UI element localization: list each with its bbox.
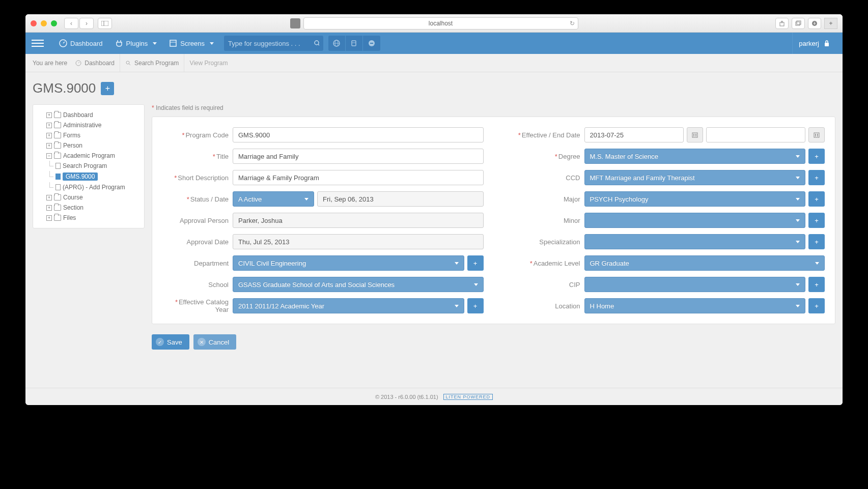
page-content: GMS.9000 + +Dashboard +Administrative +F… xyxy=(25,72,843,388)
svg-rect-3 xyxy=(796,22,800,25)
short-desc-input[interactable] xyxy=(233,170,484,185)
breadcrumb: You are here Dashboard Search Program Vi… xyxy=(25,54,843,72)
specialization-add-button[interactable]: + xyxy=(808,234,825,249)
degree-add-button[interactable]: + xyxy=(808,149,825,164)
server-button[interactable] xyxy=(346,36,363,51)
svg-rect-4 xyxy=(797,21,801,24)
effective-date-input[interactable] xyxy=(584,127,684,142)
department-add-button[interactable]: + xyxy=(467,255,484,271)
approval-person-input[interactable] xyxy=(233,213,484,228)
nav-screens[interactable]: Screens xyxy=(163,33,220,54)
save-button[interactable]: ✓Save xyxy=(152,334,189,350)
quick-actions xyxy=(328,36,380,51)
app-navbar: Dashboard Plugins Screens parkerj xyxy=(25,33,843,54)
new-tab-button[interactable]: + xyxy=(824,18,837,29)
nav-tree: +Dashboard +Administrative +Forms +Perso… xyxy=(33,104,145,228)
minor-add-button[interactable]: + xyxy=(808,213,825,228)
window-controls xyxy=(31,20,57,26)
svg-rect-23 xyxy=(693,134,694,135)
url-bar[interactable]: localhost ↻ xyxy=(303,17,578,30)
tree-search-program[interactable]: Search Program xyxy=(36,161,141,171)
svg-rect-22 xyxy=(692,133,697,137)
tree-academic-program[interactable]: −Academic Program xyxy=(36,151,141,161)
svg-rect-0 xyxy=(101,21,108,26)
server-icon xyxy=(350,39,358,47)
globe-button[interactable] xyxy=(328,36,346,51)
global-search[interactable] xyxy=(224,36,323,51)
minor-select[interactable] xyxy=(584,213,806,228)
svg-rect-28 xyxy=(815,134,816,135)
url-text: localhost xyxy=(429,20,453,27)
reader-button[interactable] xyxy=(290,18,300,28)
tabs-button[interactable] xyxy=(792,18,805,29)
close-icon[interactable] xyxy=(31,20,37,26)
tree-forms[interactable]: +Forms xyxy=(36,130,141,140)
tree-gms9000[interactable]: GMS.9000 xyxy=(36,171,141,182)
cancel-button[interactable]: ✕Cancel xyxy=(193,334,236,350)
location-select[interactable]: H Home xyxy=(584,298,806,313)
share-button[interactable] xyxy=(775,18,789,29)
copyright-text: © 2013 - r6.0.00 (t6.1.01) xyxy=(375,394,438,400)
ccd-add-button[interactable]: + xyxy=(808,170,825,185)
search-input[interactable] xyxy=(228,40,314,47)
catalog-year-add-button[interactable]: + xyxy=(467,298,484,313)
cip-select[interactable] xyxy=(584,277,806,292)
breadcrumb-label: You are here xyxy=(33,60,70,67)
effective-date-picker[interactable] xyxy=(687,127,703,142)
end-date-input[interactable] xyxy=(706,127,805,142)
globe-icon xyxy=(332,39,341,47)
tree-section[interactable]: +Section xyxy=(36,203,141,213)
reload-icon[interactable]: ↻ xyxy=(570,20,575,27)
cip-add-button[interactable]: + xyxy=(808,277,825,292)
maximize-icon[interactable] xyxy=(51,20,57,26)
lock-icon xyxy=(823,40,830,47)
tree-administrative[interactable]: +Administrative xyxy=(36,120,141,130)
location-add-button[interactable]: + xyxy=(808,298,825,313)
status-date-input[interactable] xyxy=(317,191,484,207)
breadcrumb-dashboard[interactable]: Dashboard xyxy=(70,54,120,72)
program-code-input[interactable] xyxy=(233,127,484,142)
specialization-select[interactable] xyxy=(584,234,806,249)
approval-date-input[interactable] xyxy=(233,234,484,249)
breadcrumb-search-program[interactable]: Search Program xyxy=(120,54,184,72)
calendar-icon xyxy=(814,132,820,138)
svg-rect-31 xyxy=(817,135,818,136)
add-button[interactable]: + xyxy=(101,82,114,95)
tree-person[interactable]: +Person xyxy=(36,140,141,151)
catalog-year-select[interactable]: 2011 2011/12 Academic Year xyxy=(233,298,464,313)
nav-dashboard[interactable]: Dashboard xyxy=(53,33,109,54)
svg-rect-30 xyxy=(815,135,816,136)
menu-toggle-button[interactable] xyxy=(32,37,44,49)
form-panel: *Program Code *Title *Short Description … xyxy=(152,117,835,324)
title-input[interactable] xyxy=(233,149,484,164)
downloads-button[interactable] xyxy=(808,18,821,29)
sidebar-toggle-button[interactable] xyxy=(98,18,112,29)
nav-buttons: ‹ › xyxy=(64,18,94,29)
degree-select[interactable]: M.S. Master of Science xyxy=(584,149,806,164)
footer: © 2013 - r6.0.00 (t6.1.01) LITEN POWERED xyxy=(25,388,843,405)
academic-level-select[interactable]: GR Graduate xyxy=(584,255,825,271)
svg-rect-26 xyxy=(695,135,696,136)
tree-dashboard[interactable]: +Dashboard xyxy=(36,110,141,120)
search-icon xyxy=(314,40,319,47)
status-select[interactable]: A Active xyxy=(233,191,314,207)
tree-add-program[interactable]: (APRG) - Add Program xyxy=(36,182,141,192)
back-button[interactable]: ‹ xyxy=(64,18,78,29)
department-select[interactable]: CIVIL Civil Engineering xyxy=(233,255,464,271)
gauge-icon xyxy=(59,39,67,47)
minimize-icon[interactable] xyxy=(41,20,47,26)
major-select[interactable]: PSYCH Psychology xyxy=(584,191,806,207)
minus-circle-icon xyxy=(368,39,376,47)
ccd-select[interactable]: MFT Marriage and Family Therapist xyxy=(584,170,806,185)
tree-course[interactable]: +Course xyxy=(36,192,141,203)
nav-plugins[interactable]: Plugins xyxy=(109,33,163,54)
minus-button[interactable] xyxy=(363,36,380,51)
browser-titlebar: ‹ › localhost ↻ + xyxy=(25,14,843,33)
school-select[interactable]: GSASS Graduate School of Arts and Social… xyxy=(233,277,484,292)
forward-button[interactable]: › xyxy=(79,18,94,29)
svg-rect-25 xyxy=(693,135,694,136)
major-add-button[interactable]: + xyxy=(808,191,825,207)
end-date-picker[interactable] xyxy=(808,127,825,142)
tree-files[interactable]: +Files xyxy=(36,213,141,223)
user-menu[interactable]: parkerj xyxy=(792,33,836,54)
